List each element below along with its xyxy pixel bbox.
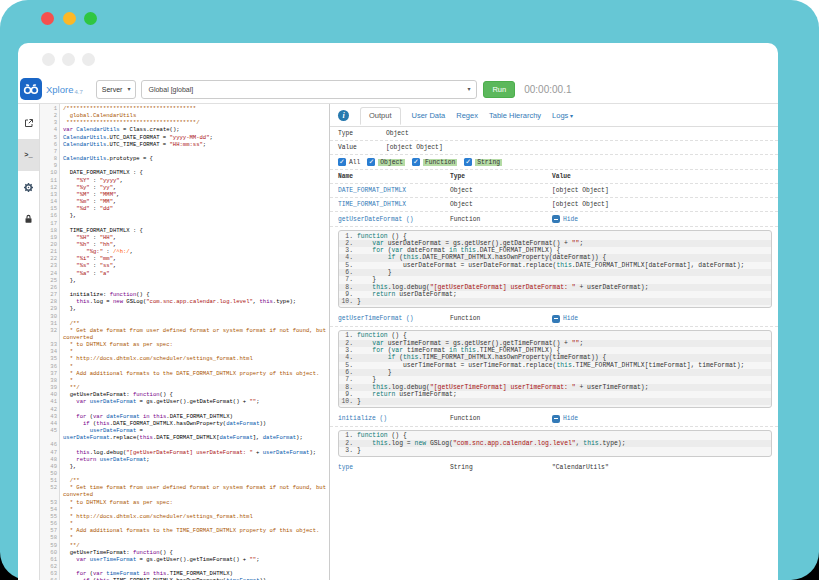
editor-line[interactable]: 12 "%y" : "yy", [40, 184, 329, 191]
editor-line[interactable]: 34 * [40, 348, 329, 355]
editor-line[interactable]: 28 this.log = new GSLog("com.snc.app.cal… [40, 298, 329, 305]
editor-line[interactable]: 10 DATE_FORMAT_DHTMLX : { [40, 169, 329, 176]
filter-string[interactable]: ✓String [464, 158, 502, 166]
editor-line[interactable]: 5CalendarUtils.UTC_DATE_FORMAT = "yyyy-M… [40, 134, 329, 141]
checkbox-checked-icon[interactable]: ✓ [338, 158, 346, 166]
editor-line[interactable]: 63 for (var timeFormat in this.TIME_FORM… [40, 570, 329, 577]
editor-line[interactable]: 18 TIME_FORMAT_DHTMLX : { [40, 227, 329, 234]
code-editor[interactable]: 1/**************************************… [40, 104, 330, 580]
hide-toggle[interactable]: Hide [552, 215, 770, 223]
tab-table-hierarchy[interactable]: Table Hierarchy [489, 111, 541, 120]
editor-line[interactable]: 22 "%i" : "mm", [40, 255, 329, 262]
editor-line[interactable]: 7 [40, 148, 329, 155]
run-button[interactable]: Run [483, 81, 515, 98]
editor-line[interactable]: 6CalendarUtils.UTC_TIME_FORMAT = "HH:mm:… [40, 141, 329, 148]
editor-line[interactable]: 49 }, [40, 463, 329, 470]
property-name-link[interactable]: TIME_FORMAT_DHTMLX [338, 201, 450, 208]
editor-line[interactable]: 50 [40, 470, 329, 477]
editor-line[interactable]: 4var CalendarUtils = Class.create(); [40, 126, 329, 133]
editor-line[interactable]: 35 * http://docs.dhtmlx.com/scheduler/se… [40, 355, 329, 362]
editor-line[interactable]: 56 * [40, 520, 329, 527]
editor-line[interactable]: 61 var userTimeFormat = gs.getUser().get… [40, 556, 329, 563]
hide-toggle[interactable]: Hide [552, 415, 770, 423]
code-line-text: var userTimeFormat = gs.getUser().getTim… [60, 556, 329, 563]
editor-line[interactable]: 20 "%h" : "hh", [40, 241, 329, 248]
editor-line[interactable]: 43 for (var dateFormat in this.DATE_FORM… [40, 413, 329, 420]
editor-line[interactable]: 51 /** [40, 477, 329, 484]
tab-user-data[interactable]: User Data [412, 111, 446, 120]
filter-object[interactable]: ✓Object [367, 158, 405, 166]
editor-line[interactable]: 30 [40, 313, 329, 320]
macos-minimize-button[interactable] [63, 12, 76, 25]
checkbox-checked-icon[interactable]: ✓ [464, 158, 472, 166]
editor-line[interactable]: 55 * http://docs.dhtmlx.com/scheduler/se… [40, 513, 329, 520]
editor-line[interactable]: 13 "%M" : "MMM", [40, 191, 329, 198]
macos-close-button[interactable] [41, 12, 54, 25]
editor-line[interactable]: 31 /** [40, 320, 329, 327]
editor-line[interactable]: 41 var userDateFormat = gs.getUser().get… [40, 398, 329, 405]
property-name-link[interactable]: type [338, 464, 450, 471]
editor-line[interactable]: 3 **************************************… [40, 119, 329, 126]
editor-line[interactable]: 42 [40, 406, 329, 413]
editor-line[interactable]: 24 "%a" : "a" [40, 270, 329, 277]
editor-line[interactable]: 44 if (this.DATE_FORMAT_DHTMLX.hasOwnPro… [40, 420, 329, 427]
editor-line[interactable]: 38 * [40, 377, 329, 384]
sidebar-item-settings[interactable] [18, 171, 39, 203]
editor-line[interactable]: 48 return userDateFormat; [40, 456, 329, 463]
editor-line[interactable]: 45 userDateFormat = userDateFormat.repla… [40, 427, 329, 441]
tab-output[interactable]: Output [360, 107, 401, 125]
line-number: 56 [40, 520, 60, 527]
editor-line[interactable]: 33 * to DHTMLX format as per spec: [40, 341, 329, 348]
property-name-link[interactable]: getUserTimeFormat () [338, 315, 450, 322]
editor-line[interactable]: 32 * Get date format from user defined f… [40, 327, 329, 341]
editor-line[interactable]: 54 * [40, 506, 329, 513]
editor-line[interactable]: 15 "%d" : "dd" [40, 205, 329, 212]
editor-line[interactable]: 9 [40, 162, 329, 169]
editor-line[interactable]: 62 [40, 563, 329, 570]
editor-line[interactable]: 60 getUserTimeFormat: function() { [40, 549, 329, 556]
editor-line[interactable]: 23 "%s" : "ss", [40, 262, 329, 269]
sidebar-item-terminal[interactable]: >_ [18, 139, 39, 171]
property-name-link[interactable]: DATE_FORMAT_DHTMLX [338, 187, 450, 194]
editor-line[interactable]: 25 }, [40, 277, 329, 284]
editor-line[interactable]: 17 [40, 220, 329, 227]
tab-regex[interactable]: Regex [456, 111, 478, 120]
editor-line[interactable]: 59 **/ [40, 542, 329, 549]
editor-line[interactable]: 47 this.log.debug("[getUserDateFormat] u… [40, 449, 329, 456]
editor-line[interactable]: 14 "%m" : "MM", [40, 198, 329, 205]
editor-line[interactable]: 37 * Add additional formats to the DATE_… [40, 370, 329, 377]
tab-logs[interactable]: Logs ▾ [552, 111, 573, 120]
hide-toggle[interactable]: Hide [552, 315, 770, 323]
info-icon[interactable]: i [338, 110, 349, 121]
editor-line[interactable]: 21 "%g:" : /^h:/, [40, 248, 329, 255]
editor-line[interactable]: 27 initialize: function() { [40, 291, 329, 298]
editor-line[interactable]: 58 * [40, 534, 329, 541]
code-line-text: "%s" : "ss", [60, 262, 329, 269]
editor-line[interactable]: 29 }, [40, 305, 329, 312]
editor-line[interactable]: 11 "%Y" : "yyyy", [40, 177, 329, 184]
scope-combobox[interactable]: Global [global]▾ [141, 80, 477, 99]
checkbox-checked-icon[interactable]: ✓ [367, 158, 375, 166]
editor-line[interactable]: 19 "%H" : "HH", [40, 234, 329, 241]
property-name-link[interactable]: initialize () [338, 415, 450, 422]
editor-line[interactable]: 53 * to DHTMLX format as per spec: [40, 499, 329, 506]
filter-function[interactable]: ✓Function [412, 158, 457, 166]
filter-all[interactable]: ✓All [338, 158, 360, 166]
checkbox-checked-icon[interactable]: ✓ [412, 158, 420, 166]
editor-line[interactable]: 16 }, [40, 212, 329, 219]
editor-line[interactable]: 40 getUserDateFormat: function() { [40, 391, 329, 398]
sidebar-item-security[interactable] [18, 203, 39, 235]
editor-line[interactable]: 1/**************************************… [40, 105, 329, 112]
editor-line[interactable]: 26 [40, 284, 329, 291]
macos-zoom-button[interactable] [84, 12, 97, 25]
editor-line[interactable]: 52 * Get time format from user defined f… [40, 484, 329, 498]
editor-line[interactable]: 46 [40, 441, 329, 448]
editor-line[interactable]: 2 global.CalendarUtils [40, 112, 329, 119]
server-dropdown[interactable]: Server▾ [96, 80, 137, 99]
property-name-link[interactable]: getUserDateFormat () [338, 216, 450, 223]
editor-line[interactable]: 8CalendarUtils.prototype = { [40, 155, 329, 162]
editor-line[interactable]: 36 * [40, 363, 329, 370]
editor-line[interactable]: 39 **/ [40, 384, 329, 391]
editor-line[interactable]: 57 * Add additional formats to the TIME_… [40, 527, 329, 534]
sidebar-item-open-new-window[interactable] [18, 107, 39, 139]
